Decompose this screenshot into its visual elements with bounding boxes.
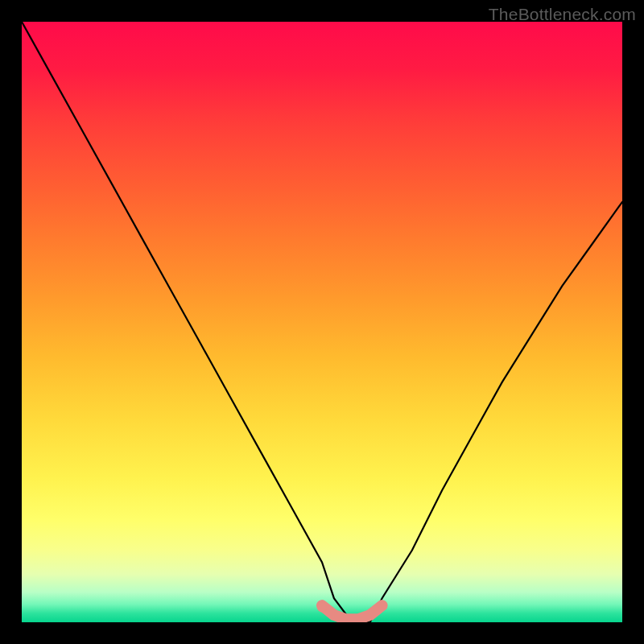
sweet-spot-dot (317, 602, 327, 612)
watermark-text: TheBottleneck.com (489, 5, 636, 24)
plot-area (22, 22, 622, 622)
curve-layer (22, 22, 622, 622)
bottleneck-curve (22, 22, 622, 622)
sweet-spot-marker (322, 605, 382, 619)
chart-frame: TheBottleneck.com (0, 0, 644, 644)
